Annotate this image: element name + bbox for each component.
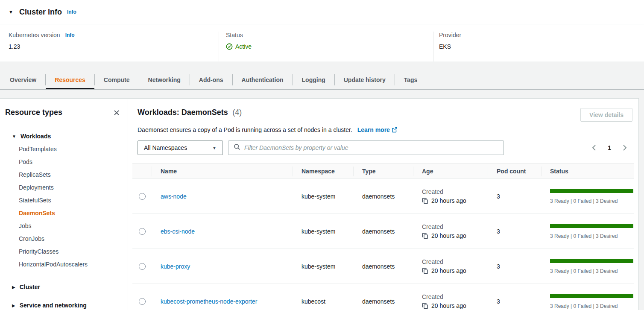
type-cell: daemonsets bbox=[354, 193, 413, 200]
status-text: 3 Ready | 0 Failed | 3 Desired bbox=[550, 268, 629, 274]
sidebar-item-deployments[interactable]: Deployments bbox=[5, 181, 121, 194]
status-progress-bar bbox=[550, 224, 633, 228]
column-header-status[interactable]: Status bbox=[542, 164, 634, 178]
status-progress-bar bbox=[550, 259, 633, 263]
sidebar-group-label: Cluster bbox=[20, 284, 40, 290]
daemonset-name-link[interactable]: ebs-csi-node bbox=[161, 228, 195, 235]
table-row: kubecost-prometheus-node-exporter kubeco… bbox=[132, 284, 634, 310]
cluster-info-section: ▼ Cluster info Info Kubernetes version I… bbox=[0, 0, 644, 61]
tab-update-history[interactable]: Update history bbox=[335, 70, 395, 89]
row-select-radio[interactable] bbox=[139, 263, 146, 270]
cluster-info-info-link[interactable]: Info bbox=[67, 9, 76, 15]
field-kubernetes-version: Kubernetes version Info 1.23 bbox=[0, 32, 219, 61]
pagination: 1 bbox=[591, 144, 634, 151]
sidebar-item-podtemplates[interactable]: PodTemplates bbox=[5, 143, 121, 155]
daemonsets-table: Name Namespace Type Age Pod count Status… bbox=[132, 163, 634, 310]
table-header: Name Namespace Type Age Pod count Status bbox=[132, 163, 634, 179]
copy-icon[interactable] bbox=[422, 268, 428, 274]
age-value: 20 hours ago bbox=[431, 197, 466, 204]
copy-icon[interactable] bbox=[422, 303, 428, 309]
tab-compute[interactable]: Compute bbox=[95, 70, 139, 89]
collapse-caret-icon[interactable]: ▼ bbox=[9, 9, 13, 15]
age-cell: Created 20 hours ago bbox=[413, 188, 488, 204]
kubernetes-version-value: 1.23 bbox=[9, 43, 219, 50]
age-label: Created bbox=[422, 258, 488, 265]
view-details-button[interactable]: View details bbox=[580, 108, 632, 122]
caret-down-icon: ▼ bbox=[12, 134, 16, 139]
age-label: Created bbox=[422, 223, 488, 230]
sidebar-item-statefulsets[interactable]: StatefulSets bbox=[5, 194, 121, 207]
sidebar-item-horizontalpodautoscalers[interactable]: HorizontalPodAutoscalers bbox=[5, 258, 121, 271]
learn-more-link[interactable]: Learn more bbox=[357, 126, 398, 133]
status-cell: 3 Ready | 0 Failed | 3 Desired bbox=[542, 294, 634, 309]
search-icon bbox=[234, 143, 240, 152]
type-cell: daemonsets bbox=[354, 228, 413, 235]
column-header-name[interactable]: Name bbox=[152, 164, 293, 178]
sidebar-group-workloads[interactable]: ▼ Workloads bbox=[5, 130, 121, 143]
column-header-pod-count[interactable]: Pod count bbox=[488, 164, 542, 178]
type-cell: daemonsets bbox=[354, 298, 413, 305]
tab-logging[interactable]: Logging bbox=[293, 70, 334, 89]
tab-overview[interactable]: Overview bbox=[1, 70, 45, 89]
chevron-down-icon: ▼ bbox=[212, 146, 217, 150]
tab-add-ons[interactable]: Add-ons bbox=[190, 70, 232, 89]
sidebar-item-priorityclasses[interactable]: PriorityClasses bbox=[5, 245, 121, 258]
daemonset-name-link[interactable]: kubecost-prometheus-node-exporter bbox=[161, 298, 257, 305]
table-row: ebs-csi-node kube-system daemonsets Crea… bbox=[132, 214, 634, 249]
age-label: Created bbox=[422, 293, 488, 300]
page-title: Cluster info bbox=[19, 8, 62, 17]
sidebar-group-service-and-networking[interactable]: ▶ Service and networking bbox=[5, 299, 121, 310]
age-value: 20 hours ago bbox=[431, 267, 466, 274]
pod-count-cell: 3 bbox=[488, 193, 542, 200]
row-select-radio[interactable] bbox=[139, 193, 146, 200]
tab-resources[interactable]: Resources bbox=[46, 70, 94, 89]
status-text: 3 Ready | 0 Failed | 3 Desired bbox=[550, 233, 629, 239]
column-header-type[interactable]: Type bbox=[354, 164, 413, 178]
sidebar-item-replicasets[interactable]: ReplicaSets bbox=[5, 168, 121, 181]
sidebar-item-daemonsets[interactable]: DaemonSets bbox=[5, 207, 121, 219]
previous-page-button[interactable] bbox=[591, 144, 596, 151]
tab-tags[interactable]: Tags bbox=[395, 70, 427, 89]
close-icon[interactable] bbox=[112, 108, 121, 117]
table-row: aws-node kube-system daemonsets Created … bbox=[132, 179, 634, 214]
column-header-namespace[interactable]: Namespace bbox=[293, 164, 354, 178]
row-select-radio[interactable] bbox=[139, 298, 146, 305]
sidebar-item-cronjobs[interactable]: CronJobs bbox=[5, 232, 121, 245]
sidebar-group-cluster[interactable]: ▶ Cluster bbox=[5, 281, 121, 293]
type-cell: daemonsets bbox=[354, 263, 413, 270]
resource-tree: ▼ Workloads PodTemplates Pods ReplicaSet… bbox=[5, 130, 121, 310]
check-circle-icon bbox=[226, 43, 233, 50]
pod-count-cell: 3 bbox=[488, 298, 542, 305]
age-value: 20 hours ago bbox=[431, 302, 466, 309]
namespace-cell: kube-system bbox=[293, 193, 354, 200]
daemonset-name-link[interactable]: aws-node bbox=[161, 193, 187, 200]
copy-icon[interactable] bbox=[422, 198, 428, 204]
status-progress-bar bbox=[550, 294, 633, 298]
sidebar-item-pods[interactable]: Pods bbox=[5, 155, 121, 168]
tab-authentication[interactable]: Authentication bbox=[233, 70, 293, 89]
status-cell: 3 Ready | 0 Failed | 3 Desired bbox=[542, 224, 634, 239]
search-box bbox=[228, 140, 504, 155]
external-link-icon bbox=[392, 127, 398, 134]
row-select-radio[interactable] bbox=[139, 228, 146, 235]
kubernetes-version-info-link[interactable]: Info bbox=[65, 32, 75, 38]
next-page-button[interactable] bbox=[623, 144, 627, 151]
namespace-select[interactable]: All Namespaces ▼ bbox=[138, 140, 223, 155]
search-input[interactable] bbox=[244, 144, 498, 151]
copy-icon[interactable] bbox=[422, 233, 428, 239]
status-cell: 3 Ready | 0 Failed | 3 Desired bbox=[542, 189, 634, 204]
sidebar-group-label: Service and networking bbox=[20, 302, 87, 309]
daemonset-name-link[interactable]: kube-proxy bbox=[161, 263, 190, 270]
provider-value: EKS bbox=[439, 43, 644, 50]
current-page[interactable]: 1 bbox=[608, 144, 611, 151]
namespace-select-value: All Namespaces bbox=[144, 144, 187, 151]
eks-cluster-page: ▼ Cluster info Info Kubernetes version I… bbox=[0, 0, 644, 310]
column-header-age[interactable]: Age bbox=[413, 164, 488, 178]
sidebar-item-jobs[interactable]: Jobs bbox=[5, 219, 121, 232]
tab-networking[interactable]: Networking bbox=[139, 70, 190, 89]
age-value: 20 hours ago bbox=[431, 232, 466, 239]
panel-title: Workloads: DaemonSets bbox=[138, 108, 228, 117]
namespace-cell: kube-system bbox=[293, 228, 354, 235]
daemonsets-content: Workloads: DaemonSets (4) View details D… bbox=[128, 99, 638, 310]
namespace-cell: kube-system bbox=[293, 263, 354, 270]
